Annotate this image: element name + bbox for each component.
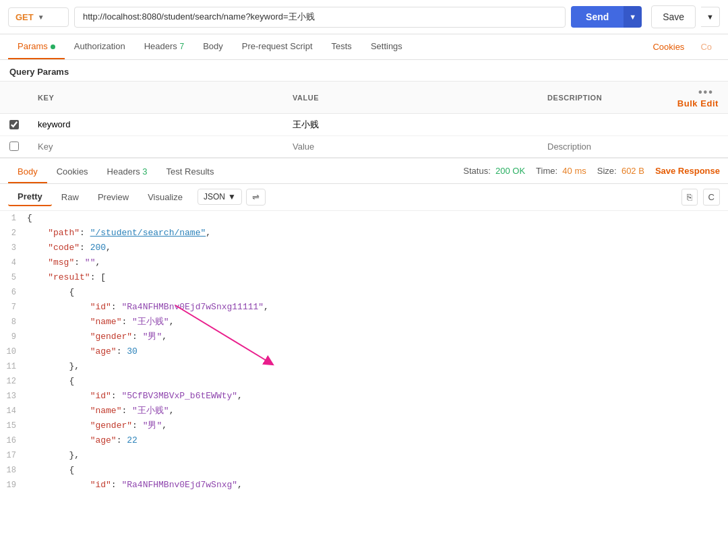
line-number: 2 — [0, 226, 24, 241]
line-number: 8 — [0, 315, 24, 330]
body-tab-visualize[interactable]: Visualize — [138, 189, 192, 206]
send-dropdown-button[interactable]: ▼ — [624, 6, 642, 28]
row2-checkbox[interactable] — [9, 142, 19, 151]
extra-button[interactable]: C — [703, 189, 720, 206]
tab-co[interactable]: Co — [692, 35, 720, 59]
line-content: "id": "Ra4NFHMBnv0Ejd7wSnxg", — [24, 478, 243, 493]
size-value: 602 B — [621, 166, 644, 176]
row1-checkbox[interactable] — [9, 120, 19, 129]
body-tabs-row: Pretty Raw Preview Visualize JSON ▼ ⇌ ⎘ … — [0, 184, 728, 211]
line-content: { — [24, 463, 74, 478]
method-chevron-icon: ▼ — [38, 13, 44, 21]
line-number: 15 — [0, 418, 24, 433]
wrap-button[interactable]: ⇌ — [246, 189, 266, 206]
tab-cookies[interactable]: Cookies — [644, 35, 692, 59]
tab-params[interactable]: Params — [8, 34, 65, 59]
copy-button[interactable]: ⎘ — [681, 189, 698, 206]
body-format-select[interactable]: JSON ▼ — [198, 189, 242, 205]
json-line: 5 "result": [ — [0, 270, 728, 285]
time-value: 40 ms — [562, 166, 586, 176]
tab-prerequest[interactable]: Pre-request Script — [233, 34, 322, 59]
row2-value-input[interactable] — [293, 142, 528, 152]
response-tabs-row: Body Cookies Headers 3 Test Results Stat… — [0, 158, 728, 184]
line-content: "name": "王小贱", — [24, 404, 174, 418]
line-content: "code": 200, — [24, 241, 111, 255]
bulk-edit-button[interactable]: Bulk Edit — [677, 98, 719, 108]
col-actions-header: ••• Bulk Edit — [668, 82, 728, 114]
more-options-button[interactable]: ••• — [698, 86, 714, 98]
row1-value-input[interactable] — [293, 120, 528, 130]
tabs-right: Cookies Co — [644, 35, 720, 59]
json-line: 1{ — [0, 211, 728, 226]
resp-tab-cookies[interactable]: Cookies — [47, 161, 98, 183]
json-line: 4 "msg": "", — [0, 255, 728, 270]
json-line: 19 "id": "Ra4NFHMBnv0Ejd7wSnxg", — [0, 478, 728, 493]
line-content: "id": "5CfBV3MBVxP_b6tEWWty", — [24, 389, 243, 404]
body-tab-raw[interactable]: Raw — [52, 189, 88, 206]
extra-icon: C — [708, 192, 715, 202]
params-table: KEY VALUE DESCRIPTION ••• Bulk Edit — [0, 81, 728, 158]
line-content: "id": "Ra4NFHMBnv0Ejd7wSnxg11111", — [24, 300, 269, 315]
tab-settings[interactable]: Settings — [361, 34, 412, 59]
save-button[interactable]: Save — [651, 5, 696, 28]
tab-tests[interactable]: Tests — [322, 34, 361, 59]
resp-headers-badge: 3 — [142, 166, 147, 177]
resp-tab-headers[interactable]: Headers 3 — [98, 161, 157, 183]
line-number: 12 — [0, 374, 24, 389]
line-number: 10 — [0, 344, 24, 359]
line-number: 7 — [0, 300, 24, 315]
json-code-area[interactable]: 1{2 "path": "/student/search/name",3 "co… — [0, 211, 728, 494]
line-content: "result": [ — [24, 270, 106, 285]
line-number: 18 — [0, 463, 24, 478]
line-content: { — [24, 211, 32, 226]
wrap-icon: ⇌ — [252, 192, 260, 202]
row2-desc-cell — [538, 135, 668, 157]
url-input[interactable] — [74, 7, 566, 28]
tab-headers[interactable]: Headers 7 — [135, 34, 193, 59]
save-response-button[interactable]: Save Response — [655, 166, 720, 176]
col-desc-header: DESCRIPTION — [538, 82, 668, 114]
line-number: 11 — [0, 359, 24, 374]
line-number: 16 — [0, 433, 24, 448]
line-content: "name": "王小贱", — [24, 315, 174, 330]
json-line: 11 }, — [0, 359, 728, 374]
line-content: }, — [24, 448, 80, 463]
json-line: 6 { — [0, 285, 728, 300]
json-line: 9 "gender": "男", — [0, 330, 728, 344]
json-line: 3 "code": 200, — [0, 241, 728, 255]
row2-desc-input[interactable] — [547, 142, 659, 152]
body-tab-preview[interactable]: Preview — [88, 189, 138, 206]
json-line: 18 { — [0, 463, 728, 478]
tab-authorization[interactable]: Authorization — [65, 34, 135, 59]
col-value-header: VALUE — [283, 82, 538, 114]
line-number: 19 — [0, 478, 24, 493]
line-number: 6 — [0, 285, 24, 300]
col-key-header: KEY — [28, 82, 283, 114]
format-chevron-icon: ▼ — [228, 192, 236, 201]
line-number: 17 — [0, 448, 24, 463]
line-number: 9 — [0, 330, 24, 344]
line-number: 14 — [0, 404, 24, 418]
line-content: "path": "/student/search/name", — [24, 226, 211, 241]
row1-desc-input[interactable] — [547, 119, 659, 129]
body-tabs-right: ⎘ C — [681, 189, 720, 206]
resp-tab-test-results[interactable]: Test Results — [157, 161, 224, 183]
save-dropdown-button[interactable]: ▼ — [701, 7, 720, 27]
tab-body[interactable]: Body — [193, 34, 233, 59]
row1-checkbox-cell — [0, 114, 28, 136]
params-dot — [51, 44, 55, 49]
json-line: 7 "id": "Ra4NFHMBnv0Ejd7wSnxg11111", — [0, 300, 728, 315]
row2-key-input[interactable] — [38, 142, 274, 152]
row1-key-input[interactable] — [38, 119, 274, 129]
body-tab-pretty[interactable]: Pretty — [8, 188, 52, 206]
col-check-header — [0, 82, 28, 114]
line-number: 4 — [0, 255, 24, 270]
line-content: "gender": "男", — [24, 330, 167, 344]
table-row — [0, 114, 728, 136]
send-button[interactable]: Send — [571, 6, 624, 28]
size-label: Size: 602 B — [597, 166, 644, 176]
resp-tab-body[interactable]: Body — [8, 161, 47, 183]
status-value: 200 OK — [495, 166, 525, 176]
method-select[interactable]: GET ▼ — [8, 7, 69, 27]
row2-value-cell — [283, 135, 538, 157]
